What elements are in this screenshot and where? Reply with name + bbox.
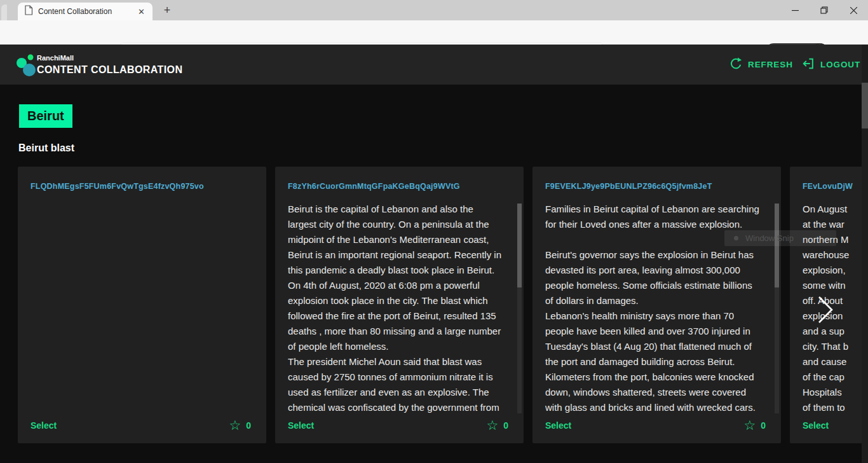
star-count: 0 xyxy=(503,420,508,431)
app-header: RanchiMall CONTENT COLLABORATION REFRESH… xyxy=(0,45,868,85)
star-rating[interactable]: ☆ 0 xyxy=(743,419,766,432)
card-id: FEvLovuDjW xyxy=(803,182,868,191)
window-close-button[interactable] xyxy=(839,0,868,20)
snip-label: Window Snip xyxy=(745,233,794,243)
content-card: FLQDhMEgsF5FUm6FvQwTgsE4fzvQh975vo Selec… xyxy=(18,167,266,443)
star-icon[interactable]: ☆ xyxy=(743,419,756,432)
page-subtitle: Beirut blast xyxy=(18,142,868,154)
card-body: Beirut is the capital of Lebanon and als… xyxy=(288,202,511,413)
star-count: 0 xyxy=(246,420,251,431)
refresh-icon xyxy=(729,57,742,72)
app-title: CONTENT COLLABORATION xyxy=(37,64,182,76)
window-minimize-button[interactable] xyxy=(780,0,810,20)
star-icon[interactable]: ☆ xyxy=(486,419,498,432)
card-footer: Select xyxy=(803,415,868,436)
window-restore-button[interactable] xyxy=(810,0,839,20)
tab-strip-edge xyxy=(1,4,7,20)
snip-dot-icon xyxy=(734,236,738,240)
refresh-label: REFRESH xyxy=(748,60,793,69)
browser-toolbar: ↻ https://ranchimall.github.io/p2p-conte… xyxy=(0,20,868,45)
star-count: 0 xyxy=(761,420,766,431)
scrollbar-thumb[interactable] xyxy=(517,204,522,287)
new-tab-button[interactable]: + xyxy=(160,3,174,17)
page-favicon-icon xyxy=(24,5,33,18)
window-controls xyxy=(780,0,868,20)
main-content: Beirut Beirut blast FLQDhMEgsF5FUm6FvQwT… xyxy=(0,85,868,463)
content-card: F9EVEKLJ9ye9PbEUNLPZ96c6Q5jfvm8JeT Famil… xyxy=(532,167,781,443)
card-footer: Select ☆ 0 xyxy=(545,415,766,436)
topic-chip: Beirut xyxy=(19,104,72,128)
card-body xyxy=(31,202,254,413)
card-id: FLQDhMEgsF5FUm6FvQwTgsE4fzvQh975vo xyxy=(31,182,254,191)
page-scrollbar-thumb[interactable] xyxy=(862,83,868,128)
refresh-button[interactable]: REFRESH xyxy=(729,45,793,85)
browser-tab[interactable]: Content Collaboration ✕ xyxy=(18,3,153,20)
select-button[interactable]: Select xyxy=(31,420,57,431)
tab-close-icon[interactable]: ✕ xyxy=(137,7,146,17)
content-card: F8zYh6rCuorGmnMtqGFpaKGeBqQaj9WVtG Beiru… xyxy=(275,167,524,443)
select-button[interactable]: Select xyxy=(288,420,314,431)
logout-label: LOGOUT xyxy=(820,60,860,69)
logout-button[interactable]: LOGOUT xyxy=(802,45,860,85)
star-icon[interactable]: ☆ xyxy=(229,419,241,432)
card-scrollbar[interactable] xyxy=(517,204,522,413)
brand-name: RanchiMall xyxy=(37,54,182,62)
ranchimall-logo-icon xyxy=(15,53,38,79)
card-id: F8zYh6rCuorGmnMtqGFpaKGeBqQaj9WVtG xyxy=(288,182,511,191)
browser-titlebar: Content Collaboration ✕ + xyxy=(0,0,868,20)
tab-title: Content Collaboration xyxy=(38,7,137,16)
select-button[interactable]: Select xyxy=(803,420,829,431)
logout-icon xyxy=(802,57,815,72)
select-button[interactable]: Select xyxy=(545,420,571,431)
star-rating[interactable]: ☆ 0 xyxy=(229,419,251,432)
card-footer: Select ☆ 0 xyxy=(31,415,251,436)
window-snip-tooltip: Window Snip xyxy=(724,230,836,246)
card-carousel: FLQDhMEgsF5FUm6FvQwTgsE4fzvQh975vo Selec… xyxy=(18,167,868,444)
page-scrollbar[interactable] xyxy=(862,45,868,463)
carousel-next-button[interactable] xyxy=(817,294,834,328)
brand-block: RanchiMall CONTENT COLLABORATION xyxy=(37,54,182,76)
card-id: F9EVEKLJ9ye9PbEUNLPZ96c6Q5jfvm8JeT xyxy=(545,182,768,191)
card-footer: Select ☆ 0 xyxy=(288,415,508,436)
star-rating[interactable]: ☆ 0 xyxy=(486,419,508,432)
